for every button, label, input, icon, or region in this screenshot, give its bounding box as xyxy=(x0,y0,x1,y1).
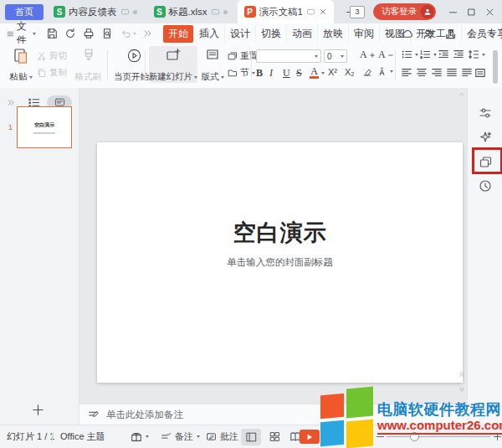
new-slide-button[interactable]: 新建幻灯片 xyxy=(149,46,197,83)
annotation-highlight-box xyxy=(472,147,502,174)
share-user-icon[interactable] xyxy=(423,28,435,40)
zoom-slider-track[interactable] xyxy=(387,436,490,437)
menu-item-transition[interactable]: 切换 xyxy=(256,25,287,43)
bullets-button[interactable] xyxy=(401,49,418,60)
print-preview-icon[interactable] xyxy=(101,28,113,39)
subscript-button[interactable]: X₂ xyxy=(345,67,355,77)
font-family-select[interactable] xyxy=(256,49,321,63)
timer-icon[interactable] xyxy=(479,179,492,193)
scroll-up-icon[interactable] xyxy=(458,91,465,98)
canvas-scrollbar[interactable] xyxy=(458,88,466,404)
underline-button[interactable]: U xyxy=(283,67,290,80)
grow-font-button[interactable]: A xyxy=(360,49,375,61)
open-docs-count-badge[interactable]: 3 xyxy=(350,6,365,18)
next-slide-icon[interactable] xyxy=(458,386,465,393)
notes-placeholder: 单击此处添加备注 xyxy=(106,409,183,421)
theme-name[interactable]: Office 主题 xyxy=(60,425,105,448)
undo-button[interactable] xyxy=(120,28,136,39)
notes-bar[interactable]: 单击此处添加备注 xyxy=(79,404,467,425)
numbering-button[interactable] xyxy=(419,49,437,60)
play-slideshow-button[interactable] xyxy=(300,430,320,444)
save-icon[interactable] xyxy=(46,28,58,39)
play-current-label: 当页开始 xyxy=(114,71,149,83)
minus-mark-icon xyxy=(388,53,393,58)
tab-close-icon[interactable] xyxy=(319,8,327,16)
maximize-button[interactable] xyxy=(466,7,477,18)
menu-item-review[interactable]: 审阅 xyxy=(349,25,380,43)
collapse-ribbon-icon[interactable] xyxy=(486,28,497,39)
cut-button[interactable]: 剪切 xyxy=(37,50,67,62)
tab-title-xlsx[interactable]: S 标题.xlsx xyxy=(147,0,234,23)
zoom-out-button[interactable] xyxy=(376,425,385,448)
text-direction-button[interactable] xyxy=(474,67,486,79)
zoom-slider-thumb[interactable] xyxy=(410,432,419,441)
previous-slide-icon[interactable] xyxy=(458,371,465,378)
more-quick-icons[interactable] xyxy=(143,28,153,39)
strikethrough-button[interactable]: S xyxy=(296,67,302,80)
menu-item-animation[interactable]: 动画 xyxy=(287,25,318,43)
tab-feedback-sheet[interactable]: S 内容反馈表 xyxy=(47,0,144,23)
cloud-sync-icon[interactable] xyxy=(401,28,413,40)
clear-format-button[interactable] xyxy=(361,66,372,77)
home-tab-button[interactable]: 首页 xyxy=(5,4,44,20)
line-spacing-button[interactable] xyxy=(468,49,485,60)
menu-item-slideshow[interactable]: 放映 xyxy=(318,25,349,43)
share-icon[interactable] xyxy=(444,28,457,40)
close-button[interactable] xyxy=(484,7,495,18)
normal-view-button[interactable] xyxy=(241,429,261,445)
layout-button[interactable]: 版式 xyxy=(199,46,226,83)
minimize-button[interactable] xyxy=(448,7,458,18)
strikethrough-glyph: S xyxy=(296,67,302,80)
collapse-panel-icon[interactable] xyxy=(7,98,16,107)
zoom-in-button[interactable] xyxy=(493,425,502,448)
align-left-button[interactable] xyxy=(401,67,412,79)
object-properties-icon[interactable] xyxy=(479,106,492,120)
shrink-font-button[interactable]: A xyxy=(378,49,393,61)
more-options-icon[interactable] xyxy=(466,28,477,39)
slide[interactable]: 空白演示 单击输入您的封面副标题 xyxy=(97,142,463,383)
align-distribute-button[interactable] xyxy=(461,67,473,79)
tab-presentation1-active[interactable]: P 演示文稿1 xyxy=(238,0,334,23)
theme-picker-button[interactable] xyxy=(131,425,149,448)
export-icon[interactable] xyxy=(64,28,76,39)
align-center-button[interactable] xyxy=(416,67,428,79)
slide-title[interactable]: 空白演示 xyxy=(97,218,463,248)
copy-button[interactable]: 复制 xyxy=(37,67,67,79)
menu-item-insert[interactable]: 插入 xyxy=(194,25,225,43)
copy-label: 复制 xyxy=(49,67,67,79)
print-icon[interactable] xyxy=(83,28,95,39)
menu-item-home[interactable]: 开始 xyxy=(163,25,193,43)
comments-toggle[interactable]: 批注 xyxy=(206,425,238,448)
decrease-indent-button[interactable] xyxy=(438,49,449,60)
phonetic-guide-button[interactable] xyxy=(376,66,393,77)
slide-subtitle-placeholder[interactable]: 单击输入您的封面副标题 xyxy=(97,256,463,269)
slide-number: 1 xyxy=(8,123,13,131)
slide-view-icon xyxy=(54,98,65,107)
format-painter-button[interactable]: 格式刷 xyxy=(72,46,104,83)
font-color-button[interactable]: A xyxy=(310,67,325,79)
slide-sorter-view-icon[interactable] xyxy=(269,431,280,442)
align-right-button[interactable] xyxy=(431,67,443,79)
align-justify-button[interactable] xyxy=(446,67,458,79)
smart-beautify-icon[interactable] xyxy=(479,131,492,144)
superscript-button[interactable]: X² xyxy=(328,67,337,77)
copy-icon xyxy=(37,68,47,78)
increase-indent-button[interactable] xyxy=(453,49,464,60)
ribbon-scroll-handle[interactable] xyxy=(493,50,498,84)
chevron-down-icon xyxy=(221,76,224,79)
add-slide-button[interactable] xyxy=(32,404,44,416)
font-size-select[interactable]: 0 xyxy=(324,49,347,63)
menu-item-design[interactable]: 设计 xyxy=(225,25,256,43)
chevron-down-icon xyxy=(433,54,437,56)
italic-button[interactable]: I xyxy=(269,67,273,80)
editing-canvas[interactable]: 空白演示 单击输入您的封面副标题 xyxy=(79,88,467,404)
paste-button[interactable]: 粘贴 xyxy=(5,46,37,83)
divider xyxy=(52,432,53,442)
notes-toggle[interactable]: 备注 xyxy=(161,425,200,448)
play-icon xyxy=(306,434,313,440)
bold-button[interactable]: B xyxy=(256,67,263,80)
guest-login-button[interactable]: 访客登录 xyxy=(373,3,436,20)
slide-thumbnail[interactable]: 空白演示 xyxy=(17,106,72,148)
avatar xyxy=(421,5,434,18)
reset-button[interactable]: 重置 xyxy=(228,50,258,62)
